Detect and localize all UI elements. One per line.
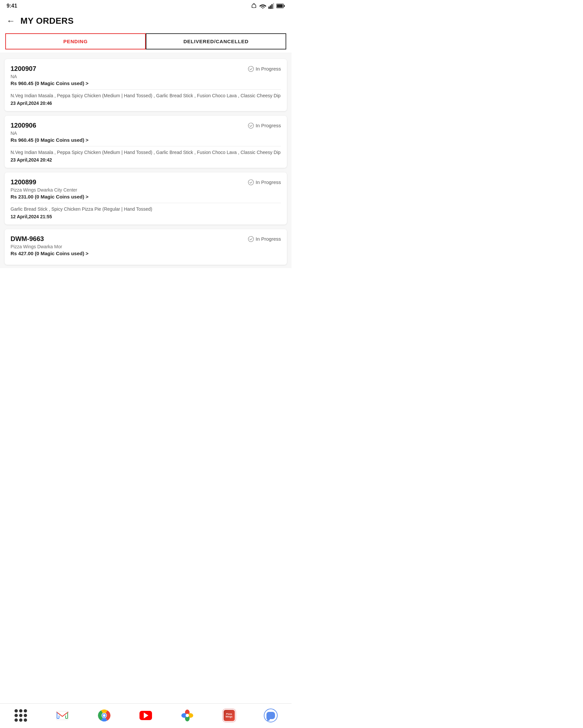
signal-icon xyxy=(269,3,274,9)
order-date-3: 12 April,2024 21:55 xyxy=(10,214,281,219)
status-label-2: In Progress xyxy=(256,123,281,128)
in-progress-icon-2 xyxy=(248,123,254,129)
order-amount-2: Rs 960.45 (0 Magic Coins used) > xyxy=(10,137,281,143)
status-badge-3: In Progress xyxy=(248,179,281,185)
order-divider-2 xyxy=(10,146,281,147)
order-card-3[interactable]: 1200899 In Progress Pizza Wings Dwarka C… xyxy=(5,173,287,225)
in-progress-icon-4 xyxy=(248,236,254,242)
bottom-spacer xyxy=(0,268,292,294)
svg-rect-2 xyxy=(271,4,273,9)
svg-rect-1 xyxy=(270,5,271,9)
header: ← MY ORDERS xyxy=(0,10,292,30)
tab-pending[interactable]: PENDING xyxy=(5,33,146,49)
order-amount-3: Rs 231.00 (0 Magic Coins used) > xyxy=(10,194,281,200)
status-badge-1: In Progress xyxy=(248,66,281,72)
order-items-1: N.Veg Indian Masala , Peppa Spicy Chicke… xyxy=(10,92,281,99)
svg-point-8 xyxy=(248,123,254,128)
order-card-2[interactable]: 1200906 In Progress NA Rs 960.45 (0 Magi… xyxy=(5,116,287,168)
status-time: 9:41 xyxy=(7,3,17,9)
order-location-2: NA xyxy=(10,131,281,136)
order-card-4[interactable]: DWM-9663 In Progress Pizza Wings Dwarka … xyxy=(5,229,287,265)
wifi-icon xyxy=(259,3,267,8)
order-amount-1: Rs 960.45 (0 Magic Coins used) > xyxy=(10,80,281,86)
order-amount-4: Rs 427.00 (0 Magic Coins used) > xyxy=(10,251,281,256)
back-button[interactable]: ← xyxy=(7,16,15,26)
svg-rect-3 xyxy=(273,3,274,9)
svg-point-7 xyxy=(248,66,254,71)
order-card-4-top: DWM-9663 In Progress xyxy=(10,235,281,243)
in-progress-icon-1 xyxy=(248,66,254,72)
order-date-2: 23 April,2024 20:42 xyxy=(10,157,281,162)
order-id-3: 1200899 xyxy=(10,178,36,186)
tab-delivered[interactable]: DELIVERED/CANCELLED xyxy=(146,33,286,49)
page-title: MY ORDERS xyxy=(21,16,74,26)
order-id-4: DWM-9663 xyxy=(10,235,44,243)
order-location-1: NA xyxy=(10,74,281,79)
status-bar: 9:41 xyxy=(0,0,292,10)
order-location-4: Pizza Wings Dwarka Mor xyxy=(10,244,281,249)
alarm-icon xyxy=(251,3,257,9)
in-progress-icon-3 xyxy=(248,179,254,185)
status-badge-4: In Progress xyxy=(248,236,281,242)
order-location-3: Pizza Wings Dwarka City Center xyxy=(10,187,281,192)
order-card-1-top: 1200907 In Progress xyxy=(10,65,281,73)
order-card-2-top: 1200906 In Progress xyxy=(10,122,281,129)
order-items-3: Garlic Bread Stick , Spicy Chicken Pizza… xyxy=(10,206,281,213)
battery-icon xyxy=(276,3,285,8)
order-id-1: 1200907 xyxy=(10,65,36,73)
order-date-1: 23 April,2024 20:46 xyxy=(10,101,281,106)
order-card-1[interactable]: 1200907 In Progress NA Rs 960.45 (0 Magi… xyxy=(5,59,287,111)
svg-rect-5 xyxy=(284,5,285,7)
status-label-1: In Progress xyxy=(256,66,281,72)
orders-list: 1200907 In Progress NA Rs 960.45 (0 Magi… xyxy=(0,53,292,268)
status-icons xyxy=(251,3,285,9)
order-divider-1 xyxy=(10,89,281,90)
order-id-2: 1200906 xyxy=(10,122,36,129)
status-badge-2: In Progress xyxy=(248,123,281,129)
tabs-container: PENDING DELIVERED/CANCELLED xyxy=(0,30,292,53)
order-items-2: N.Veg Indian Masala , Peppa Spicy Chicke… xyxy=(10,149,281,156)
svg-point-9 xyxy=(248,179,254,185)
svg-rect-6 xyxy=(277,5,283,7)
svg-rect-0 xyxy=(269,7,270,9)
order-card-3-top: 1200899 In Progress xyxy=(10,178,281,186)
status-label-4: In Progress xyxy=(256,236,281,242)
svg-point-10 xyxy=(248,236,254,241)
status-label-3: In Progress xyxy=(256,179,281,185)
